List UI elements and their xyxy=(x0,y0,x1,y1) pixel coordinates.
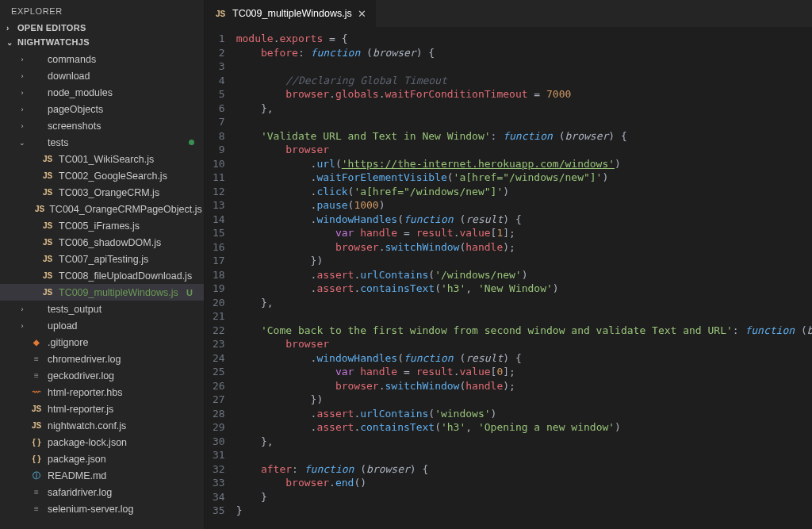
modified-dot-icon xyxy=(189,140,194,145)
code-area[interactable]: 1 2 3 4 5 6 7 8 9 10 11 12 13 14 15 16 1… xyxy=(205,27,812,529)
chevron-right-icon: › xyxy=(19,122,25,130)
folder-screenshots[interactable]: ›screenshots xyxy=(0,117,204,134)
log-file-icon: ≡ xyxy=(30,370,43,382)
tree-item-label: .gitignore xyxy=(48,337,88,348)
file-tree: ›commands›download›node_modules›pageObje… xyxy=(0,49,204,519)
chevron-right-icon: › xyxy=(19,89,25,97)
folder-icon xyxy=(30,136,43,149)
tree-item-label: TC009_multipleWindows.js xyxy=(59,287,178,298)
folder-pageObjects[interactable]: ›pageObjects xyxy=(0,101,204,117)
js-file-icon: JS xyxy=(41,153,54,166)
folder-commands[interactable]: ›commands xyxy=(0,51,204,67)
folder-node_modules[interactable]: ›node_modules xyxy=(0,84,204,101)
js-file-icon: JS xyxy=(41,236,54,249)
file-TC001_WikiSearch.js[interactable]: JSTC001_WikiSearch.js xyxy=(0,151,204,167)
file-TC002_GoogleSearch.js[interactable]: JSTC002_GoogleSearch.js xyxy=(0,167,204,184)
js-file-icon: JS xyxy=(41,270,54,282)
file-chromedriver.log[interactable]: ≡chromedriver.log xyxy=(0,351,204,367)
line-number-gutter: 1 2 3 4 5 6 7 8 9 10 11 12 13 14 15 16 1… xyxy=(205,27,236,529)
tree-item-label: TC003_OrangeCRM.js xyxy=(59,187,159,198)
js-file-icon: JS xyxy=(41,286,54,299)
folder-icon xyxy=(30,303,43,316)
file-TC006_shadowDOM.js[interactable]: JSTC006_shadowDOM.js xyxy=(0,234,204,251)
chevron-right-icon: › xyxy=(19,105,25,113)
file-geckodriver.log[interactable]: ≡geckodriver.log xyxy=(0,367,204,384)
editor-pane: JS TC009_multipleWindows.js ✕ 1 2 3 4 5 … xyxy=(205,0,812,529)
file-TC009_multipleWindows.js[interactable]: JSTC009_multipleWindows.jsU xyxy=(0,284,204,301)
folder-icon xyxy=(30,86,43,99)
log-file-icon: ≡ xyxy=(30,486,43,499)
tree-item-label: commands xyxy=(48,54,96,65)
file-selenium-server.log[interactable]: ≡selenium-server.log xyxy=(0,500,204,517)
hbs-file-icon: 〰 xyxy=(30,386,43,399)
file-TC007_apiTesting.js[interactable]: JSTC007_apiTesting.js xyxy=(0,251,204,267)
tab-bar: JS TC009_multipleWindows.js ✕ xyxy=(205,0,812,27)
file-package.json[interactable]: { }package.json xyxy=(0,450,204,467)
tab-filename: TC009_multipleWindows.js xyxy=(232,8,352,19)
chevron-right-icon: › xyxy=(6,24,14,33)
js-file-icon: JS xyxy=(41,253,54,266)
tree-item-label: selenium-server.log xyxy=(48,504,133,515)
tree-item-label: node_modules xyxy=(48,87,113,98)
chevron-right-icon: › xyxy=(19,56,25,63)
tree-item-label: package.json xyxy=(48,454,106,465)
open-editors-label: OPEN EDITORS xyxy=(17,23,86,33)
tree-item-label: chromedriver.log xyxy=(48,354,121,365)
folder-icon xyxy=(30,120,43,132)
folder-upload[interactable]: ›upload xyxy=(0,317,204,334)
folder-icon xyxy=(30,103,43,116)
tree-item-label: TC004_OrangeCRMPageObject.js xyxy=(49,204,201,215)
js-file-icon: JS xyxy=(30,420,43,432)
folder-icon xyxy=(30,70,43,82)
git-file-icon: ◆ xyxy=(30,336,43,349)
folder-tests[interactable]: ⌄tests xyxy=(0,134,204,151)
js-file-icon: JS xyxy=(30,403,43,416)
file-html-reporter.hbs[interactable]: 〰html-reporter.hbs xyxy=(0,384,204,401)
chevron-down-icon: ⌄ xyxy=(19,139,25,147)
tree-item-label: safaridriver.log xyxy=(48,487,112,498)
tree-item-label: TC006_shadowDOM.js xyxy=(59,237,161,248)
project-name-label: NIGHTWATCHJS xyxy=(17,37,90,47)
tree-item-label: tests xyxy=(48,137,68,148)
project-section[interactable]: ⌄ NIGHTWATCHJS xyxy=(0,35,204,49)
file-package-lock.json[interactable]: { }package-lock.json xyxy=(0,434,204,450)
tree-item-label: pageObjects xyxy=(48,104,103,115)
log-file-icon: ≡ xyxy=(30,503,43,516)
js-file-icon: JS xyxy=(41,186,54,199)
explorer-sidebar: EXPLORER › OPEN EDITORS ⌄ NIGHTWATCHJS ›… xyxy=(0,0,205,529)
js-file-icon: JS xyxy=(214,7,227,20)
tree-item-label: nightwatch.conf.js xyxy=(48,420,126,431)
json-file-icon: { } xyxy=(30,436,43,449)
folder-tests_output[interactable]: ›tests_output xyxy=(0,301,204,317)
file-html-reporter.js[interactable]: JShtml-reporter.js xyxy=(0,401,204,417)
tree-item-label: upload xyxy=(48,320,78,332)
js-file-icon: JS xyxy=(41,220,54,232)
file-TC004_OrangeCRMPageObject.js[interactable]: JSTC004_OrangeCRMPageObject.js xyxy=(0,201,204,217)
tree-item-label: tests_output xyxy=(48,304,102,315)
tree-item-label: TC008_fileUploadDownload.js xyxy=(59,270,192,282)
open-editors-section[interactable]: › OPEN EDITORS xyxy=(0,21,204,35)
file-README.md[interactable]: ⓘREADME.md xyxy=(0,467,204,484)
file-.gitignore[interactable]: ◆.gitignore xyxy=(0,334,204,351)
code-content[interactable]: module.exports = { before: function (bro… xyxy=(236,27,812,529)
close-icon[interactable]: ✕ xyxy=(358,8,366,20)
chevron-right-icon: › xyxy=(19,72,25,80)
tree-item-label: html-reporter.js xyxy=(48,404,113,415)
tree-item-label: TC005_iFrames.js xyxy=(59,220,140,232)
tree-item-label: package-lock.json xyxy=(48,437,127,448)
tree-item-label: TC001_WikiSearch.js xyxy=(59,154,154,165)
tree-item-label: TC007_apiTesting.js xyxy=(59,254,148,265)
tree-item-label: README.md xyxy=(48,470,106,481)
js-file-icon: JS xyxy=(41,170,54,182)
tab-active[interactable]: JS TC009_multipleWindows.js ✕ xyxy=(205,0,377,27)
file-nightwatch.conf.js[interactable]: JSnightwatch.conf.js xyxy=(0,417,204,434)
file-TC003_OrangeCRM.js[interactable]: JSTC003_OrangeCRM.js xyxy=(0,184,204,201)
git-status-badge: U xyxy=(186,288,193,297)
folder-download[interactable]: ›download xyxy=(0,67,204,84)
tree-item-label: download xyxy=(48,71,90,82)
file-safaridriver.log[interactable]: ≡safaridriver.log xyxy=(0,484,204,500)
file-TC005_iFrames.js[interactable]: JSTC005_iFrames.js xyxy=(0,217,204,234)
chevron-down-icon: ⌄ xyxy=(6,38,14,47)
file-TC008_fileUploadDownload.js[interactable]: JSTC008_fileUploadDownload.js xyxy=(0,267,204,284)
explorer-title: EXPLORER xyxy=(0,0,204,21)
